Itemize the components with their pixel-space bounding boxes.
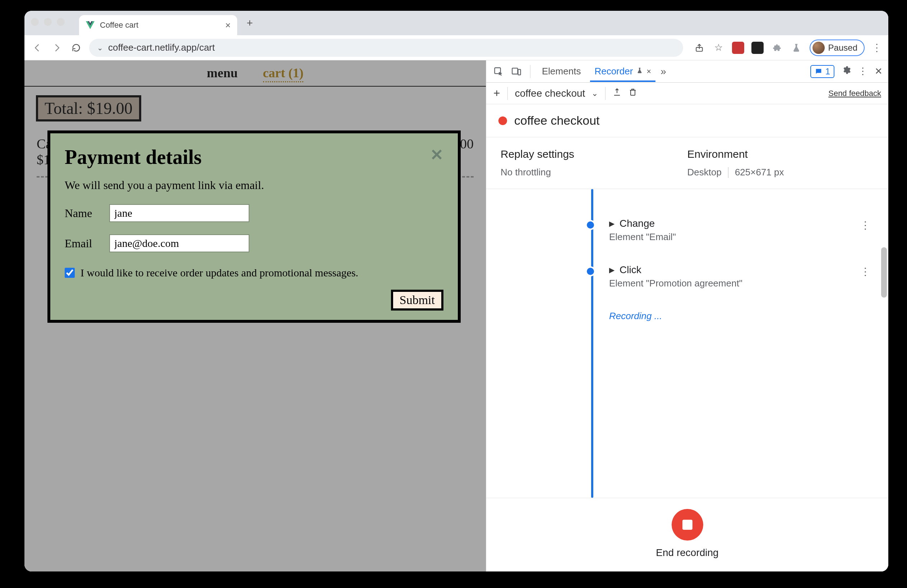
chevron-down-icon: ⌄	[591, 89, 598, 98]
traffic-light-minimize[interactable]	[44, 18, 52, 26]
tab-close-icon[interactable]: ×	[225, 20, 231, 31]
tab-elements[interactable]: Elements	[538, 61, 585, 82]
stop-icon	[683, 520, 692, 530]
replay-settings-heading: Replay settings	[501, 148, 687, 160]
flask-icon	[636, 67, 643, 75]
step-menu-icon[interactable]: ⋮	[860, 219, 870, 231]
delete-icon[interactable]	[628, 88, 637, 99]
payment-modal: Payment details ✕ We will send you a pay…	[47, 130, 461, 323]
recording-title-row: coffee checkout	[486, 104, 888, 137]
expand-caret-icon[interactable]: ▶	[609, 219, 614, 228]
labs-flask-icon[interactable]	[790, 42, 803, 54]
env-viewport: 625×671 px	[735, 167, 784, 178]
end-recording-button[interactable]	[671, 509, 703, 541]
page-pane: menu cart (1) Total: $19.00 Ca $1 00	[24, 60, 486, 572]
recording-status: Recording ...	[609, 311, 874, 322]
devtools-pane: Elements Recorder × » 1	[486, 60, 888, 572]
throttling-value[interactable]: No throttling	[501, 167, 687, 178]
devtools-tabbar: Elements Recorder × » 1	[486, 60, 888, 83]
avatar-icon	[812, 42, 825, 54]
tab-recorder[interactable]: Recorder ×	[590, 61, 655, 82]
env-device: Desktop	[687, 167, 721, 178]
submit-button[interactable]: Submit	[391, 290, 444, 311]
name-row: Name	[65, 204, 444, 222]
recorder-toolbar: + coffee checkout ⌄ Send feedback	[486, 83, 888, 104]
window-controls	[31, 18, 65, 26]
profile-paused-chip[interactable]: Paused	[809, 40, 865, 56]
step-target: Element "Promotion agreement"	[609, 278, 742, 289]
new-recording-icon[interactable]: +	[494, 87, 500, 100]
share-icon[interactable]	[693, 42, 705, 54]
url-text: coffee-cart.netlify.app/cart	[108, 42, 215, 53]
timeline-step[interactable]: ▶ Change Element "Email" ⋮	[587, 218, 874, 243]
email-input[interactable]	[109, 234, 249, 252]
send-feedback-link[interactable]: Send feedback	[828, 89, 881, 98]
browser-menu-icon[interactable]: ⋮	[872, 42, 882, 54]
content-row: menu cart (1) Total: $19.00 Ca $1 00	[24, 60, 888, 572]
svg-rect-3	[518, 69, 521, 75]
devtools-close-icon[interactable]: ✕	[875, 66, 883, 77]
site-info-icon[interactable]: ⌄	[97, 43, 103, 52]
recorder-timeline[interactable]: ▶ Change Element "Email" ⋮ ▶ Click	[486, 189, 888, 498]
url-field[interactable]: ⌄ coffee-cart.netlify.app/cart	[89, 39, 683, 57]
more-tabs-icon[interactable]: »	[660, 66, 666, 77]
settings-gear-icon[interactable]	[841, 66, 851, 77]
devtools-menu-icon[interactable]: ⋮	[858, 66, 867, 77]
reload-button[interactable]	[70, 41, 83, 54]
step-target: Element "Email"	[609, 231, 676, 243]
recording-dot-icon	[498, 117, 507, 125]
payment-title: Payment details	[65, 146, 202, 168]
timeline-step[interactable]: ▶ Click Element "Promotion agreement" ⋮	[587, 264, 874, 289]
step-dot-icon	[587, 221, 594, 229]
step-action: Change	[620, 218, 655, 229]
scrollbar-thumb[interactable]	[881, 247, 887, 298]
browser-tab[interactable]: Coffee cart ×	[79, 15, 237, 35]
traffic-light-zoom[interactable]	[57, 18, 65, 26]
bookmark-star-icon[interactable]: ☆	[713, 42, 725, 54]
recorder-settings: Replay settings No throttling Environmen…	[486, 137, 888, 189]
modal-close-icon[interactable]: ✕	[430, 146, 444, 164]
recording-title: coffee checkout	[514, 114, 600, 128]
step-action: Click	[620, 264, 641, 276]
email-label: Email	[65, 237, 101, 250]
address-actions: ☆ Paused ⋮	[693, 40, 882, 56]
new-tab-button[interactable]: +	[241, 14, 259, 32]
back-button[interactable]	[31, 41, 44, 54]
browser-window: Coffee cart × + ⌄ coffee-cart.netlify.ap…	[24, 11, 888, 572]
payment-desc: We will send you a payment link via emai…	[65, 179, 444, 192]
traffic-light-close[interactable]	[31, 18, 39, 26]
export-icon[interactable]	[613, 88, 621, 99]
step-dot-icon	[587, 268, 594, 275]
extensions-puzzle-icon[interactable]	[771, 42, 783, 54]
end-recording-section: End recording	[486, 498, 888, 572]
end-recording-label: End recording	[656, 547, 718, 559]
tab-close-icon[interactable]: ×	[646, 67, 651, 76]
vue-favicon-icon	[85, 21, 95, 30]
email-row: Email	[65, 234, 444, 252]
forward-button[interactable]	[50, 41, 63, 54]
paused-label: Paused	[828, 43, 857, 53]
step-menu-icon[interactable]: ⋮	[860, 266, 870, 277]
expand-caret-icon[interactable]: ▶	[609, 266, 614, 274]
promo-row: I would like to receive order updates an…	[65, 267, 444, 279]
extension-dark-icon[interactable]	[752, 42, 764, 54]
issues-chip[interactable]: 1	[810, 65, 835, 78]
name-input[interactable]	[109, 204, 249, 222]
recording-selector[interactable]: coffee checkout ⌄	[515, 88, 598, 99]
svg-rect-4	[631, 90, 635, 95]
promo-label: I would like to receive order updates an…	[80, 267, 358, 279]
inspect-element-icon[interactable]	[492, 65, 505, 78]
name-label: Name	[65, 207, 101, 220]
environment-heading: Environment	[687, 148, 874, 160]
tab-title: Coffee cart	[100, 21, 138, 30]
svg-rect-2	[512, 68, 518, 74]
promo-checkbox[interactable]	[65, 268, 75, 278]
tab-strip: Coffee cart × +	[24, 11, 888, 35]
address-bar: ⌄ coffee-cart.netlify.app/cart ☆ Paused …	[24, 35, 888, 60]
extension-red-icon[interactable]	[732, 42, 744, 54]
device-toolbar-icon[interactable]	[510, 65, 523, 78]
